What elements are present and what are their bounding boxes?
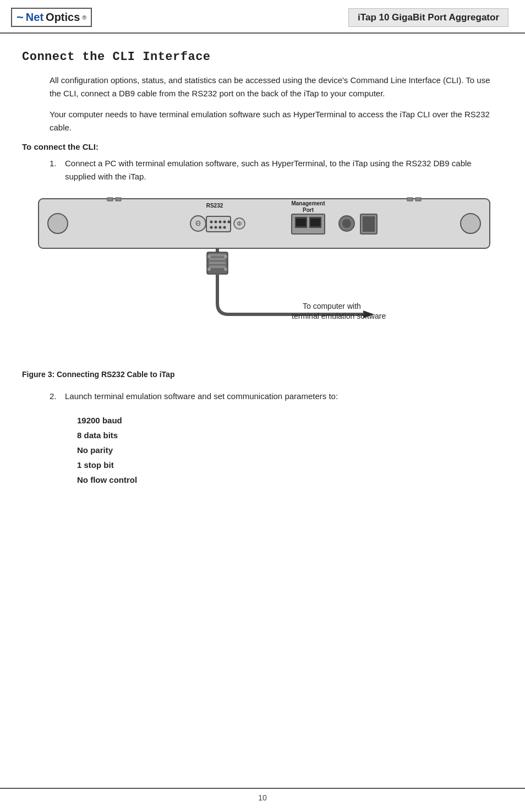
step-2-number: 2. — [50, 390, 65, 403]
svg-point-16 — [210, 226, 213, 229]
logo-optics: Optics — [46, 11, 80, 24]
comm-parity: No parity — [77, 443, 503, 457]
svg-rect-40 — [209, 254, 226, 257]
svg-point-19 — [223, 226, 226, 229]
intro-paragraph-1: All configuration options, status, and s… — [50, 74, 503, 100]
step-1-text: Connect a PC with terminal emulation sof… — [65, 157, 503, 183]
svg-rect-0 — [39, 199, 490, 248]
logo-net: Net — [26, 11, 43, 24]
step-1: 1. Connect a PC with terminal emulation … — [50, 157, 503, 183]
svg-point-47 — [224, 268, 227, 271]
main-content: Connect the CLI Interface All configurat… — [0, 34, 525, 498]
svg-point-2 — [461, 214, 480, 233]
svg-text:RS232: RS232 — [206, 203, 223, 209]
svg-point-17 — [215, 226, 217, 229]
comm-baud: 19200 baud — [77, 413, 503, 428]
svg-rect-28 — [310, 219, 320, 226]
svg-rect-10 — [206, 216, 231, 232]
svg-rect-4 — [116, 198, 121, 201]
svg-rect-32 — [363, 216, 375, 232]
step-2: 2. Launch terminal emulation software an… — [50, 390, 503, 403]
svg-point-46 — [207, 268, 211, 271]
comm-stop-bit: 1 stop bit — [77, 457, 503, 472]
svg-rect-41 — [209, 258, 226, 260]
device-diagram: RS232 Θ Φ Management Port — [22, 193, 503, 366]
svg-point-45 — [224, 255, 227, 258]
page-footer: 10 — [0, 788, 525, 802]
svg-text:Θ: Θ — [195, 220, 200, 227]
comm-params: 19200 baud 8 data bits No parity 1 stop … — [77, 413, 503, 487]
svg-point-1 — [48, 214, 68, 233]
step-2-text: Launch terminal emulation software and s… — [65, 390, 503, 403]
svg-point-11 — [210, 221, 213, 224]
svg-text:Φ: Φ — [237, 220, 242, 227]
header-title: iTap 10 GigaBit Port Aggregator — [348, 8, 508, 27]
page-header: ~ NetOptics® iTap 10 GigaBit Port Aggreg… — [0, 0, 525, 34]
svg-rect-3 — [107, 198, 113, 201]
step-1-number: 1. — [50, 157, 65, 183]
intro-paragraph-2: Your computer needs to have terminal emu… — [50, 108, 503, 134]
svg-text:Port: Port — [303, 207, 314, 213]
logo-area: ~ NetOptics® — [11, 8, 92, 27]
svg-point-13 — [219, 221, 222, 224]
svg-point-15 — [228, 221, 231, 224]
svg-point-12 — [215, 221, 217, 224]
svg-rect-42 — [209, 261, 226, 264]
svg-rect-27 — [296, 219, 306, 226]
logo-tilde-icon: ~ — [17, 12, 24, 24]
svg-text:terminal emulation software: terminal emulation software — [292, 312, 386, 320]
svg-rect-43 — [209, 265, 226, 268]
figure-caption: Figure 3: Connecting RS232 Cable to iTap — [22, 370, 503, 379]
comm-flow-control: No flow control — [77, 472, 503, 487]
svg-text:To computer with: To computer with — [303, 302, 361, 310]
device-diagram-svg: RS232 Θ Φ Management Port — [22, 193, 506, 364]
logo-reg: ® — [82, 14, 86, 21]
svg-rect-5 — [407, 198, 413, 201]
svg-point-44 — [207, 255, 211, 258]
svg-point-30 — [342, 219, 351, 228]
section-title: Connect the CLI Interface — [22, 50, 503, 64]
logo-box: ~ NetOptics® — [11, 8, 92, 27]
to-connect-label: To connect the CLI: — [22, 142, 503, 151]
svg-point-14 — [223, 221, 226, 224]
svg-text:Management: Management — [291, 200, 325, 206]
svg-rect-6 — [415, 198, 421, 201]
page-number: 10 — [258, 793, 267, 802]
comm-data-bits: 8 data bits — [77, 428, 503, 443]
svg-point-18 — [219, 226, 222, 229]
